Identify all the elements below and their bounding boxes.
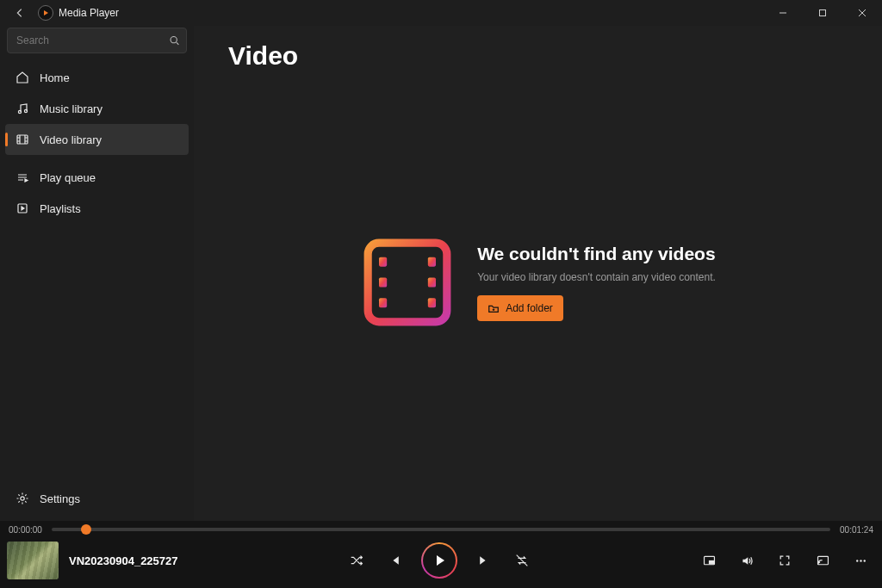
mini-player-icon (702, 554, 717, 568)
shuffle-button[interactable] (345, 549, 368, 572)
svg-point-18 (860, 560, 861, 561)
empty-state-subtitle: Your video library doesn't contain any v… (477, 271, 716, 283)
back-button[interactable] (7, 0, 33, 26)
sidebar-item-queue[interactable]: Play queue (5, 162, 189, 193)
svg-rect-11 (428, 257, 436, 266)
add-folder-button[interactable]: Add folder (477, 295, 563, 321)
seek-thumb-icon (81, 524, 91, 535)
film-illustration-icon (360, 235, 455, 330)
main-content: Video (194, 26, 882, 521)
cast-icon (816, 554, 830, 568)
svg-point-6 (21, 497, 24, 500)
more-button[interactable] (849, 549, 872, 572)
fullscreen-icon (778, 554, 792, 567)
svg-point-1 (171, 37, 177, 43)
current-time-label: 00:00:00 (9, 525, 43, 535)
window-controls (763, 0, 882, 26)
svg-rect-10 (379, 298, 387, 307)
gear-icon (16, 492, 29, 505)
skip-previous-icon (388, 554, 401, 567)
home-icon (16, 71, 29, 84)
maximize-icon (818, 9, 827, 17)
sidebar-item-label: Playlists (40, 202, 81, 215)
playback-bar: 00:00:00 00:01:24 VN20230904_225727 (0, 521, 882, 588)
video-icon (16, 133, 29, 146)
queue-icon (16, 170, 29, 184)
search-input[interactable] (7, 28, 187, 53)
sidebar-item-label: Settings (40, 492, 80, 505)
svg-rect-13 (428, 298, 436, 307)
sidebar-item-label: Play queue (40, 171, 96, 184)
repeat-button[interactable] (511, 549, 533, 572)
svg-rect-12 (428, 277, 436, 287)
body: Home Music library Video library Play qu… (0, 26, 882, 521)
sidebar: Home Music library Video library Play qu… (0, 26, 194, 521)
svg-rect-15 (709, 560, 713, 563)
titlebar: Media Player (0, 0, 882, 26)
close-icon (858, 9, 866, 17)
play-button[interactable] (421, 542, 457, 579)
previous-button[interactable] (383, 549, 406, 572)
svg-point-2 (18, 110, 21, 113)
volume-button[interactable] (736, 549, 758, 572)
sidebar-item-settings[interactable]: Settings (5, 483, 189, 514)
right-controls (613, 549, 872, 572)
svg-point-3 (24, 109, 27, 112)
more-icon (854, 554, 868, 568)
app-logo-icon (38, 5, 53, 21)
minimize-icon (779, 9, 787, 17)
center-controls (274, 542, 605, 579)
nav-list: Home Music library Video library Play qu… (5, 62, 189, 224)
next-button[interactable] (473, 549, 495, 572)
now-playing-thumbnail (7, 542, 59, 579)
app-window: Media Player (0, 0, 882, 588)
sidebar-item-home[interactable]: Home (5, 62, 189, 93)
svg-point-19 (863, 560, 865, 561)
svg-point-17 (856, 560, 858, 561)
sidebar-item-video[interactable]: Video library (5, 124, 189, 155)
titlebar-left: Media Player (7, 0, 119, 26)
app-title: Media Player (59, 7, 119, 19)
empty-text: We couldn't find any videos Your video l… (477, 244, 716, 321)
close-button[interactable] (842, 0, 882, 26)
svg-rect-0 (820, 10, 826, 16)
playlist-icon (16, 201, 29, 215)
skip-next-icon (477, 554, 491, 567)
sidebar-item-label: Music library (40, 102, 102, 115)
total-time-label: 00:01:24 (839, 525, 873, 535)
controls-row: VN20230904_225727 (0, 536, 882, 588)
music-icon (16, 102, 29, 115)
empty-state-title: We couldn't find any videos (477, 244, 716, 264)
sidebar-item-label: Home (40, 71, 70, 84)
seek-slider[interactable] (52, 528, 830, 531)
timeline-row: 00:00:00 00:01:24 (0, 523, 882, 536)
search-box (7, 28, 187, 53)
now-playing[interactable]: VN20230904_225727 (7, 542, 265, 579)
svg-rect-8 (379, 257, 387, 266)
sidebar-item-music[interactable]: Music library (5, 93, 189, 124)
cast-button[interactable] (811, 549, 834, 572)
svg-rect-4 (17, 135, 28, 144)
volume-icon (740, 554, 755, 568)
mini-player-button[interactable] (698, 549, 720, 572)
search-icon (169, 35, 180, 46)
play-icon (433, 554, 447, 567)
arrow-left-icon (14, 7, 26, 19)
maximize-button[interactable] (803, 0, 842, 26)
sidebar-item-playlists[interactable]: Playlists (5, 193, 189, 224)
sidebar-item-label: Video library (40, 133, 102, 146)
repeat-icon (514, 553, 530, 568)
svg-rect-9 (379, 277, 387, 287)
add-folder-label: Add folder (506, 302, 553, 314)
minimize-button[interactable] (763, 0, 803, 26)
fullscreen-button[interactable] (773, 549, 796, 572)
shuffle-icon (349, 553, 364, 568)
add-folder-icon (488, 302, 500, 314)
now-playing-title: VN20230904_225727 (69, 554, 178, 567)
empty-state: We couldn't find any videos Your video l… (228, 43, 848, 521)
